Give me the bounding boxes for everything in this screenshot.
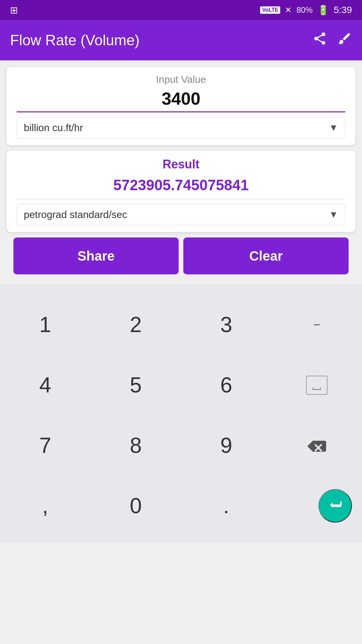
- key-dot[interactable]: .: [181, 476, 272, 536]
- key-3[interactable]: 3: [181, 294, 272, 355]
- enter-icon: [327, 497, 343, 512]
- keyboard-status-icon: ⊞: [10, 5, 18, 16]
- minus-symbol: −: [313, 318, 320, 332]
- result-unit-text: petrograd standard/sec: [24, 209, 127, 220]
- dot-symbol: .: [223, 493, 229, 518]
- signal-icon: ✕: [285, 5, 292, 15]
- input-unit-text: billion cu.ft/hr: [24, 122, 83, 133]
- input-card: Input Value billion cu.ft/hr ▼: [7, 67, 355, 145]
- status-icons: VoLTE ✕ 80% 🔋 5:39: [260, 5, 352, 16]
- input-unit-selector[interactable]: billion cu.ft/hr ▼: [17, 117, 345, 139]
- app-bar-icons: [312, 31, 352, 49]
- key-minus[interactable]: −: [272, 294, 362, 355]
- clear-button[interactable]: Clear: [183, 237, 349, 274]
- input-label: Input Value: [17, 74, 345, 85]
- key-comma[interactable]: ,: [0, 476, 90, 536]
- key-4[interactable]: 4: [0, 355, 90, 415]
- backspace-icon: [307, 439, 326, 452]
- keyboard-row-3: 7 8 9: [0, 415, 362, 476]
- key-7[interactable]: 7: [0, 415, 90, 476]
- result-label: Result: [17, 157, 345, 171]
- keyboard-row-1: 1 2 3 −: [0, 294, 362, 355]
- status-bar: ⊞ VoLTE ✕ 80% 🔋 5:39: [0, 0, 362, 20]
- result-card: Result 5723905.745075841 petrograd stand…: [7, 151, 355, 232]
- keyboard-row-4: , 0 .: [0, 476, 362, 543]
- status-time: 5:39: [334, 5, 352, 15]
- app-bar: Flow Rate (Volume): [0, 20, 362, 60]
- comma-symbol: ,: [42, 493, 48, 518]
- key-5[interactable]: 5: [90, 355, 181, 415]
- key-0[interactable]: 0: [90, 476, 181, 536]
- key-enter-wrapper: [272, 479, 362, 533]
- key-6[interactable]: 6: [181, 355, 272, 415]
- key-backspace[interactable]: [272, 415, 362, 476]
- keyboard-row-2: 4 5 6 ⎵: [0, 355, 362, 415]
- result-unit-selector[interactable]: petrograd standard/sec ▼: [17, 204, 345, 225]
- app-title: Flow Rate (Volume): [10, 32, 306, 49]
- key-8[interactable]: 8: [90, 415, 181, 476]
- keyboard: 1 2 3 − 4 5 6 ⎵ 7 8 9 , 0 .: [0, 284, 362, 543]
- brush-icon: [337, 31, 352, 46]
- key-9[interactable]: 9: [181, 415, 272, 476]
- status-bar-left: ⊞: [10, 5, 18, 16]
- battery-percent: 80%: [296, 5, 312, 15]
- battery-icon: 🔋: [317, 5, 329, 16]
- key-1[interactable]: 1: [0, 294, 90, 355]
- result-unit-chevron: ▼: [329, 209, 338, 220]
- share-app-button[interactable]: [312, 31, 327, 49]
- volte-badge: VoLTE: [260, 6, 280, 14]
- result-value: 5723905.745075841: [17, 177, 345, 199]
- share-button[interactable]: Share: [13, 237, 179, 274]
- key-space[interactable]: ⎵: [272, 355, 362, 415]
- action-buttons: Share Clear: [7, 237, 355, 274]
- key-enter[interactable]: [318, 489, 352, 523]
- share-icon: [312, 31, 327, 46]
- input-value-field[interactable]: [17, 89, 345, 112]
- brush-button[interactable]: [337, 31, 352, 49]
- main-content: Input Value billion cu.ft/hr ▼ Result 57…: [0, 60, 362, 281]
- space-symbol: ⎵: [306, 376, 327, 395]
- input-unit-chevron: ▼: [329, 122, 338, 133]
- key-2[interactable]: 2: [90, 294, 181, 355]
